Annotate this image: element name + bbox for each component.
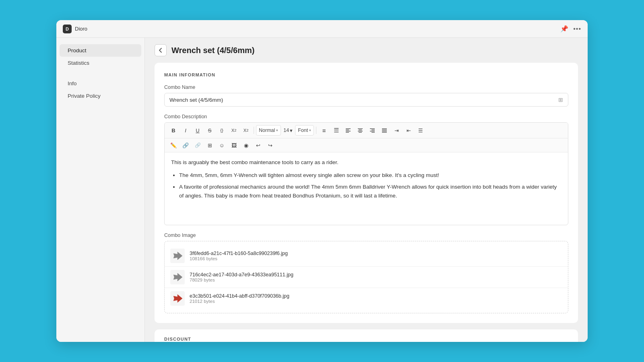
image-item-1: 3f6fedd6-a21c-47f1-b160-5a8c990239f6.jpg… [165, 245, 568, 267]
combo-image-label: Combo Image [164, 232, 568, 238]
sidebar-item-statistics[interactable]: Statistics [60, 57, 141, 69]
unlink-icon[interactable]: 🔗 [192, 140, 203, 150]
image-info-3: e3c3b501-e024-41b4-abff-d370f709036b.jpg… [190, 293, 289, 304]
font-dropdown[interactable]: Font ▾ [295, 125, 314, 136]
image-plane-icon-1 [172, 250, 183, 261]
unordered-list-button[interactable]: ≡ [318, 125, 330, 136]
copy-icon: ⊞ [558, 97, 563, 103]
image-thumb-1 [170, 249, 185, 263]
toolbar-sep-1 [254, 127, 254, 134]
style-label: Normal [259, 128, 275, 133]
align-left-button[interactable] [343, 125, 354, 136]
image-size-3: 21012 bytes [190, 299, 289, 304]
combo-name-field[interactable]: ⊞ [164, 93, 568, 107]
ordered-list-button[interactable]: ☰ [330, 125, 342, 136]
underline-button[interactable]: U [192, 125, 203, 136]
combo-desc-label: Combo Description [164, 114, 568, 119]
image-filename-2: 716c4ec2-ae17-403d-a7e9-43633ea95111.jpg [190, 272, 293, 278]
indent-button[interactable]: ⇥ [391, 125, 402, 136]
sidebar-item-private-policy[interactable]: Private Policy [60, 90, 141, 102]
image-dropzone[interactable]: 3f6fedd6-a21c-47f1-b160-5a8c990239f6.jpg… [164, 241, 568, 313]
strikethrough-button[interactable]: S [204, 125, 215, 136]
sidebar-item-info[interactable]: Info [60, 77, 141, 90]
font-arrow: ▾ [309, 128, 311, 132]
titlebar-actions: 📌 ••• [560, 25, 581, 33]
back-arrow-icon [158, 47, 163, 53]
subscript-button[interactable]: X2 [240, 125, 252, 136]
emoji-icon[interactable]: ☺ [216, 140, 227, 150]
image-filename-1: 3f6fedd6-a21c-47f1-b160-5a8c990239f6.jpg [190, 251, 288, 256]
editor-container: B I U S {} X2 X2 Normal ▾ [164, 122, 568, 225]
app-logo: D [63, 25, 72, 33]
fontsize-arrow: ▾ [290, 128, 293, 134]
italic-button[interactable]: I [180, 125, 191, 136]
image-size-1: 108166 bytes [190, 256, 288, 261]
main-info-section-title: MAIN INFORMATION [164, 72, 568, 77]
image-thumb-2 [170, 270, 185, 284]
code-button[interactable]: {} [216, 125, 227, 136]
combo-name-label: Combo Name [164, 84, 568, 90]
highlight-icon[interactable]: ◉ [240, 140, 252, 150]
app-name: Dioro [75, 26, 87, 32]
superscript-button[interactable]: X2 [228, 125, 239, 136]
sidebar-section-main: Product Statistics [56, 44, 144, 69]
align-center-button[interactable] [355, 125, 366, 136]
editor-bullet-1: The 4mm, 5mm, 6mm Y-Wrench will tighten … [179, 171, 561, 180]
pen-icon[interactable]: ✏️ [168, 140, 179, 150]
image-icon[interactable]: 🖼 [228, 140, 239, 150]
fontsize-label: 14 [283, 128, 289, 133]
main-info-card: MAIN INFORMATION Combo Name ⊞ Combo Desc… [155, 63, 578, 323]
image-item-2: 716c4ec2-ae17-403d-a7e9-43633ea95111.jpg… [165, 267, 568, 288]
discount-card: DISCOUNT [155, 329, 578, 342]
image-thumb-3 [170, 291, 185, 306]
back-button[interactable] [155, 44, 167, 56]
outdent-button[interactable]: ⇤ [403, 125, 414, 136]
sidebar-item-product[interactable]: Product [60, 44, 141, 57]
image-size-2: 78029 bytes [190, 278, 293, 282]
bold-button[interactable]: B [168, 125, 179, 136]
redo-icon[interactable]: ↪ [264, 140, 276, 150]
combo-image-section: Combo Image 3f6fedd6-a21c [164, 232, 568, 313]
align-right-button[interactable] [367, 125, 378, 136]
main-content: Wrench set (4/5/6mm) MAIN INFORMATION Co… [145, 38, 588, 342]
fontsize-dropdown[interactable]: 14 ▾ [282, 127, 294, 134]
style-arrow: ▾ [276, 128, 278, 132]
link-icon[interactable]: 🔗 [180, 140, 191, 150]
editor-toolbar-row2: ✏️ 🔗 🔗 ⊞ ☺ 🖼 ◉ ↩ ↪ [165, 138, 568, 152]
editor-bullet-2: A favorite of professional mechanics aro… [179, 183, 561, 200]
image-item-3: e3c3b501-e024-41b4-abff-d370f709036b.jpg… [165, 288, 568, 309]
align-justify-button[interactable] [379, 125, 390, 136]
style-dropdown[interactable]: Normal ▾ [256, 125, 281, 136]
pin-icon[interactable]: 📌 [560, 25, 568, 33]
titlebar: D Dioro 📌 ••• [56, 20, 588, 38]
image-filename-3: e3c3b501-e024-41b4-abff-d370f709036b.jpg [190, 293, 289, 299]
more-format-button[interactable]: ☰ [415, 125, 426, 136]
editor-intro-text: This is arguably the best combo maintena… [171, 158, 561, 167]
image-plane-icon-3 [172, 293, 183, 304]
content-area[interactable]: MAIN INFORMATION Combo Name ⊞ Combo Desc… [145, 63, 588, 342]
toolbar-sep-2 [316, 127, 316, 134]
image-info-1: 3f6fedd6-a21c-47f1-b160-5a8c990239f6.jpg… [190, 251, 288, 261]
sidebar-section-other: Info Private Policy [56, 77, 144, 102]
image-plane-icon-2 [172, 272, 183, 283]
discount-section-title: DISCOUNT [164, 337, 568, 341]
more-options-icon[interactable]: ••• [573, 25, 581, 33]
app-window: D Dioro 📌 ••• Product Statistics Info [56, 20, 588, 342]
sidebar: Product Statistics Info Private Policy [56, 38, 145, 342]
font-label: Font [298, 128, 308, 133]
page-header: Wrench set (4/5/6mm) [145, 38, 588, 63]
undo-icon[interactable]: ↩ [252, 140, 264, 150]
app-body: Product Statistics Info Private Policy [56, 38, 588, 342]
image-info-2: 716c4ec2-ae17-403d-a7e9-43633ea95111.jpg… [190, 272, 293, 282]
editor-body[interactable]: This is arguably the best combo maintena… [165, 152, 568, 225]
page-title: Wrench set (4/5/6mm) [171, 46, 254, 55]
combo-name-input[interactable] [169, 97, 558, 103]
editor-toolbar-row1: B I U S {} X2 X2 Normal ▾ [165, 123, 568, 138]
table-icon[interactable]: ⊞ [204, 140, 215, 150]
editor-bullets: The 4mm, 5mm, 6mm Y-Wrench will tighten … [179, 171, 561, 200]
